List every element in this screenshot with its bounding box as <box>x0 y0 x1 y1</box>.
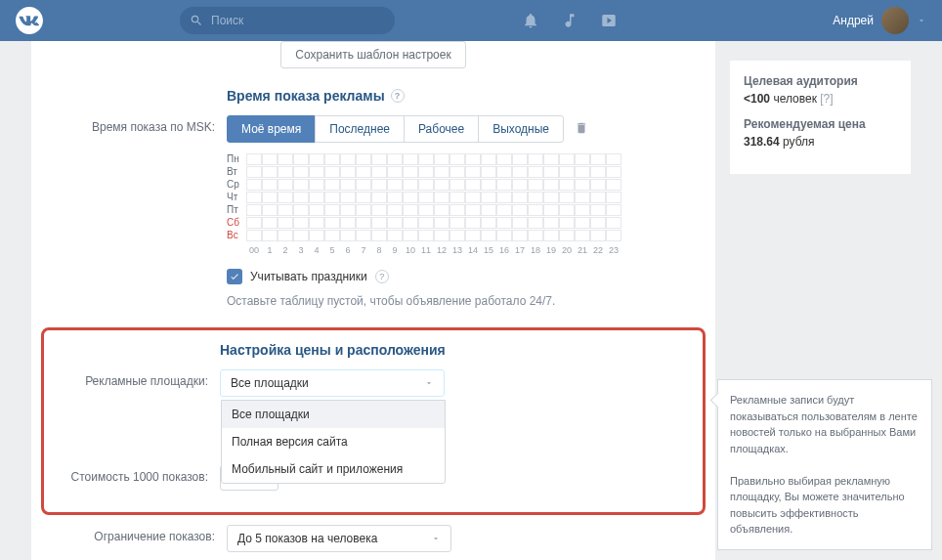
help-icon[interactable]: ? <box>375 270 389 283</box>
tab-my-time[interactable]: Моё время <box>227 115 316 143</box>
audience-label: Целевая аудитория <box>744 74 897 88</box>
price-value: 318.64 рубля <box>744 135 897 149</box>
limit-select[interactable]: До 5 показов на человека <box>227 525 451 552</box>
trash-icon <box>575 121 588 135</box>
music-icon[interactable] <box>561 12 578 29</box>
search-icon <box>190 14 203 27</box>
vk-logo[interactable] <box>16 7 43 34</box>
schedule-grid[interactable]: ПнВтСрЧтПтСбВс00123456789101112131415161… <box>227 152 696 255</box>
platforms-dropdown: Все площадки Полная версия сайта Мобильн… <box>221 400 446 484</box>
dropdown-option[interactable]: Мобильный сайт и приложения <box>222 455 445 483</box>
schedule-hint: Оставьте таблицу пустой, чтобы объявлени… <box>227 294 696 308</box>
schedule-tabs: Моё время Последнее Рабочее Выходные <box>227 115 563 143</box>
help-icon[interactable]: ? <box>391 89 405 103</box>
notifications-icon[interactable] <box>522 12 539 29</box>
check-icon <box>230 272 239 281</box>
dropdown-option[interactable]: Все площадки <box>222 401 445 428</box>
tab-weekend[interactable]: Выходные <box>478 115 564 143</box>
platforms-tooltip: Рекламные записи будут показываться поль… <box>717 379 932 550</box>
holidays-label: Учитывать праздники <box>250 270 367 283</box>
clear-schedule-button[interactable] <box>575 115 588 143</box>
header: Поиск Андрей <box>0 0 942 41</box>
platforms-label: Рекламные площадки: <box>44 369 220 388</box>
cost-label: Стоимость 1000 показов: <box>44 465 220 484</box>
platforms-select[interactable]: Все площадки Все площадки Полная версия … <box>220 369 445 397</box>
holidays-checkbox[interactable] <box>227 269 242 284</box>
highlighted-section: Настройка цены и расположения Рекламные … <box>41 327 706 515</box>
chevron-down-icon <box>917 16 926 25</box>
schedule-title: Время показа рекламы ? <box>51 88 696 104</box>
help-icon[interactable]: [?] <box>820 92 833 106</box>
dropdown-option[interactable]: Полная версия сайта <box>222 428 445 455</box>
limit-label: Ограничение показов: <box>51 525 227 543</box>
tab-latest[interactable]: Последнее <box>315 115 405 143</box>
price-label: Рекомендуемая цена <box>744 117 897 131</box>
tab-work[interactable]: Рабочее <box>404 115 479 143</box>
user-menu[interactable]: Андрей <box>833 7 926 34</box>
pricing-title: Настройка цены и расположения <box>44 342 703 358</box>
chevron-down-icon <box>424 378 434 388</box>
schedule-label: Время показа по MSK: <box>51 115 227 134</box>
audience-value: <100 человек [?] <box>744 92 897 106</box>
chevron-down-icon <box>431 534 441 543</box>
search-input[interactable]: Поиск <box>180 7 395 34</box>
save-template-button[interactable]: Сохранить шаблон настроек <box>280 41 465 68</box>
video-icon[interactable] <box>600 12 618 29</box>
main-content: Сохранить шаблон настроек Время показа р… <box>31 41 715 560</box>
avatar <box>881 7 909 34</box>
